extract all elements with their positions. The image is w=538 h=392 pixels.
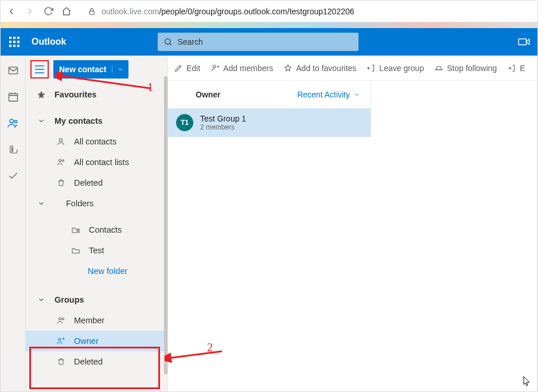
svg-point-7 (59, 139, 62, 142)
chevron-down-icon (353, 91, 360, 98)
chevron-down-icon (36, 296, 46, 304)
svg-point-9 (62, 160, 64, 162)
home-icon[interactable] (61, 6, 72, 17)
cmd-edit[interactable]: Edit (174, 64, 200, 73)
url-text: outlook.live.com/people/0/group/groups.o… (102, 7, 354, 16)
cursor-icon (523, 375, 532, 387)
owner-icon (56, 336, 66, 346)
sidebar-all-contacts[interactable]: All contacts (26, 131, 167, 152)
sidebar-folders[interactable]: Folders (26, 193, 167, 214)
contact-folder-icon (71, 226, 81, 234)
list-header-title: Owner (196, 90, 221, 99)
sidebar-item-label: Test (89, 246, 104, 255)
rail-todo-icon[interactable] (6, 169, 20, 183)
rail-mail-icon[interactable] (6, 64, 20, 77)
app-launcher-button[interactable] (1, 28, 28, 56)
rail-files-icon[interactable] (6, 143, 20, 156)
sidebar-item-label: New folder (88, 266, 127, 276)
chevron-down-icon (36, 199, 46, 207)
waffle-icon (9, 37, 20, 47)
address-bar[interactable]: outlook.live.com/people/0/group/groups.o… (80, 4, 532, 19)
sidebar-item-label: All contacts (74, 137, 116, 146)
sidebar-item-label: Deleted (74, 178, 103, 187)
sidebar-item-label: Deleted (74, 357, 103, 366)
rail-people-icon[interactable] (6, 116, 20, 130)
sidebar-folder-contacts[interactable]: Contacts (26, 219, 167, 240)
annotation-number-2: 2 (207, 341, 213, 354)
cmd-label: E (520, 64, 525, 73)
cmd-add-favourite[interactable]: Add to favourites (283, 64, 356, 73)
sidebar-groups-member[interactable]: Member (26, 310, 167, 331)
command-bar: Edit Add members Add to favourites Leave… (168, 56, 537, 81)
cmd-stop-following[interactable]: Stop following (434, 64, 497, 73)
cmd-label: Edit (186, 64, 200, 73)
forward-icon[interactable] (25, 6, 35, 17)
new-contact-chevron[interactable] (112, 66, 128, 73)
cmd-email-group[interactable]: E (507, 64, 525, 73)
sort-dropdown[interactable]: Recent Activity (297, 90, 360, 99)
left-rail (1, 56, 26, 391)
menu-icon (34, 65, 45, 73)
search-input[interactable]: Search (158, 33, 358, 51)
svg-point-12 (62, 318, 64, 320)
group-name: Test Group 1 (200, 114, 246, 123)
sidebar-my-contacts[interactable]: My contacts (26, 111, 167, 131)
avatar: T1 (176, 114, 193, 131)
tab-strip-placeholder (1, 22, 537, 28)
app-title[interactable]: Outlook (28, 37, 66, 47)
svg-rect-3 (9, 67, 17, 74)
svg-rect-2 (518, 39, 526, 45)
sidebar-groups[interactable]: Groups (26, 289, 167, 310)
sidebar-item-label: Favourites (54, 90, 96, 99)
folder-sidebar: New contact Favourites My contacts All c… (26, 56, 168, 391)
list-header: Owner Recent Activity (168, 81, 371, 108)
sidebar-item-label: Contacts (89, 225, 122, 234)
cmd-leave-group[interactable]: Leave group (367, 64, 424, 73)
people-icon (56, 158, 66, 167)
svg-point-5 (10, 119, 13, 123)
sidebar-all-contact-lists[interactable]: All contact lists (26, 152, 167, 173)
sidebar-deleted[interactable]: Deleted (26, 173, 167, 193)
cmd-label: Add to favourites (296, 64, 356, 73)
cmd-label: Leave group (379, 64, 424, 73)
sidebar-item-label: Groups (54, 295, 84, 304)
trash-icon (56, 357, 66, 366)
lock-icon (87, 6, 97, 17)
svg-point-6 (14, 120, 17, 123)
sidebar-new-folder[interactable]: New folder (26, 261, 167, 281)
group-list-item[interactable]: T1 Test Group 1 2 members (168, 108, 371, 137)
svg-point-10 (77, 230, 79, 232)
group-subtitle: 2 members (200, 123, 246, 131)
people-icon (56, 316, 66, 325)
list-column: Edit Add members Add to favourites Leave… (168, 56, 537, 391)
sidebar-groups-deleted[interactable]: Deleted (26, 351, 167, 372)
app-header: Outlook Search (1, 28, 537, 56)
meet-now-icon[interactable] (518, 37, 531, 46)
cmd-label: Stop following (447, 64, 497, 73)
reload-icon[interactable] (43, 6, 53, 17)
svg-rect-4 (9, 93, 17, 101)
sidebar-item-label: Member (74, 316, 104, 325)
sidebar-groups-owner[interactable]: Owner (26, 331, 167, 351)
star-icon (36, 90, 46, 99)
svg-point-1 (165, 39, 170, 44)
trash-icon (56, 178, 66, 187)
chevron-down-icon (117, 66, 124, 73)
sidebar-item-label: Folders (66, 199, 93, 208)
back-icon[interactable] (6, 6, 17, 17)
new-contact-button[interactable]: New contact (53, 60, 128, 79)
search-icon (163, 37, 173, 46)
rail-calendar-icon[interactable] (6, 90, 20, 104)
sort-label: Recent Activity (297, 90, 350, 99)
reading-pane (371, 81, 537, 137)
sidebar-item-label: My contacts (54, 116, 103, 126)
sidebar-item-label: Owner (74, 336, 99, 346)
svg-point-8 (59, 159, 61, 162)
svg-point-13 (59, 338, 61, 340)
svg-point-14 (213, 65, 216, 68)
scrollbar-thumb[interactable] (164, 76, 167, 374)
sidebar-folder-test[interactable]: Test (26, 240, 167, 261)
hamburger-button[interactable] (30, 60, 49, 79)
sidebar-favourites[interactable]: Favourites (26, 84, 167, 105)
cmd-add-members[interactable]: Add members (210, 64, 273, 73)
